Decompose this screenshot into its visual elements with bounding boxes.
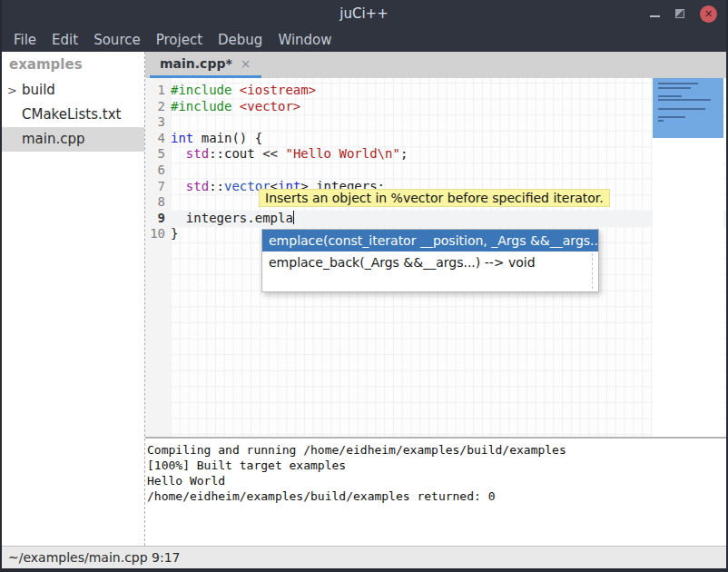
- minimap[interactable]: [653, 78, 723, 437]
- code-line-9[interactable]: 9 integers.empla: [145, 211, 726, 227]
- code-text: [165, 114, 726, 131]
- code-line-5[interactable]: 5 std::cout << "Hello World\n";: [145, 146, 726, 163]
- completion-scrollbar[interactable]: [592, 253, 593, 289]
- menu-item-file[interactable]: File: [14, 32, 36, 48]
- menu-item-project[interactable]: Project: [156, 32, 202, 48]
- code-line-6[interactable]: 6: [145, 163, 726, 179]
- terminal-line: Compiling and running /home/eidheim/exam…: [147, 442, 726, 458]
- terminal-line: [100%] Built target examples: [147, 458, 726, 473]
- close-icon[interactable]: ✕: [700, 5, 717, 23]
- sidebar-item-build[interactable]: >build: [2, 78, 144, 103]
- tab-label: main.cpp*: [160, 56, 232, 71]
- line-number: 4: [145, 131, 165, 147]
- code-text: integers.empla: [165, 211, 726, 227]
- file-label: build: [22, 82, 55, 98]
- line-number: 1: [145, 83, 165, 99]
- restore-icon[interactable]: [675, 9, 684, 18]
- completion-doc-tooltip: Inserts an object in %vector before spec…: [259, 189, 610, 207]
- code-text: std::cout << "Hello World\n";: [165, 146, 726, 163]
- file-label: main.cpp: [22, 131, 85, 147]
- file-tree-panel[interactable]: examples >buildCMakeLists.txtmain.cpp: [2, 52, 145, 546]
- line-number: 5: [145, 146, 165, 163]
- menu-bar: FileEditSourceProjectDebugWindow: [2, 27, 726, 52]
- completion-item[interactable]: emplace(const_iterator __position, _Args…: [262, 230, 598, 251]
- app-window: juCi++ ✕ FileEditSourceProjectDebugWindo…: [0, 0, 728, 572]
- tab-close-icon[interactable]: ×: [241, 56, 251, 71]
- text-cursor: [293, 211, 295, 224]
- minimap-code-line: [658, 116, 685, 118]
- minimap-code-line: [658, 83, 698, 84]
- content-area: examples >buildCMakeLists.txtmain.cpp ma…: [2, 52, 726, 546]
- code-line-1[interactable]: 1#include <iostream>: [145, 83, 726, 99]
- project-name-header: examples: [2, 52, 144, 78]
- status-bar: ~/examples/main.cpp 9:17: [2, 546, 726, 568]
- line-number: 3: [145, 114, 165, 131]
- terminal-line: /home/eidheim/examples/build/examples re…: [147, 488, 726, 504]
- completion-item[interactable]: emplace_back(_Args &&__args...) --> void: [262, 251, 598, 273]
- code-text: [165, 163, 726, 179]
- minimap-code-line: [658, 108, 705, 110]
- sidebar-item-cmakelists-txt[interactable]: CMakeLists.txt: [2, 103, 144, 127]
- line-number: 9: [145, 211, 165, 227]
- minimap-viewport[interactable]: [653, 78, 723, 138]
- minimap-code-line: [658, 95, 682, 97]
- title-bar[interactable]: juCi++ ✕: [2, 0, 726, 27]
- menu-item-edit[interactable]: Edit: [52, 32, 78, 48]
- chevron-right-icon[interactable]: >: [7, 78, 17, 103]
- code-line-2[interactable]: 2#include <vector>: [145, 99, 726, 115]
- window-bottom-border: [2, 568, 726, 572]
- window-controls: ✕: [650, 5, 726, 23]
- line-number: 8: [145, 194, 165, 211]
- tab-main-cpp[interactable]: main.cpp* ×: [150, 52, 261, 78]
- window-title: juCi++: [2, 5, 726, 22]
- code-lines: 1#include <iostream>2#include <vector>34…: [145, 83, 726, 242]
- code-text: int main() {: [165, 131, 726, 147]
- menu-item-debug[interactable]: Debug: [218, 32, 262, 48]
- code-line-3[interactable]: 3: [145, 114, 726, 131]
- editor-column: main.cpp* × 1#include <iostream>2#includ…: [145, 52, 726, 546]
- code-editor[interactable]: 1#include <iostream>2#include <vector>34…: [145, 78, 726, 437]
- line-number: 7: [145, 179, 165, 195]
- file-tree: >buildCMakeLists.txtmain.cpp: [2, 78, 144, 152]
- code-text: #include <vector>: [165, 99, 726, 115]
- completion-list: emplace(const_iterator __position, _Args…: [262, 230, 598, 273]
- sidebar-item-main-cpp[interactable]: main.cpp: [2, 127, 144, 152]
- file-label: CMakeLists.txt: [22, 106, 121, 123]
- minimap-code-line: [658, 99, 711, 101]
- line-number: 6: [145, 163, 165, 179]
- code-line-4[interactable]: 4int main() {: [145, 131, 726, 147]
- tab-bar[interactable]: main.cpp* ×: [145, 52, 726, 78]
- terminal-output[interactable]: Compiling and running /home/eidheim/exam…: [145, 439, 726, 546]
- terminal-line: Hello World: [147, 473, 726, 488]
- minimap-code-line: [658, 87, 691, 89]
- status-text: ~/examples/main.cpp 9:17: [8, 550, 181, 565]
- menu-item-window[interactable]: Window: [278, 32, 331, 48]
- completion-popup[interactable]: emplace(const_iterator __position, _Args…: [261, 229, 599, 292]
- minimize-icon[interactable]: [650, 15, 660, 17]
- line-number: 10: [145, 226, 165, 242]
- code-text: #include <iostream>: [165, 83, 726, 99]
- minimap-code-line: [658, 120, 664, 122]
- menu-item-source[interactable]: Source: [93, 32, 141, 48]
- line-number: 2: [145, 99, 165, 115]
